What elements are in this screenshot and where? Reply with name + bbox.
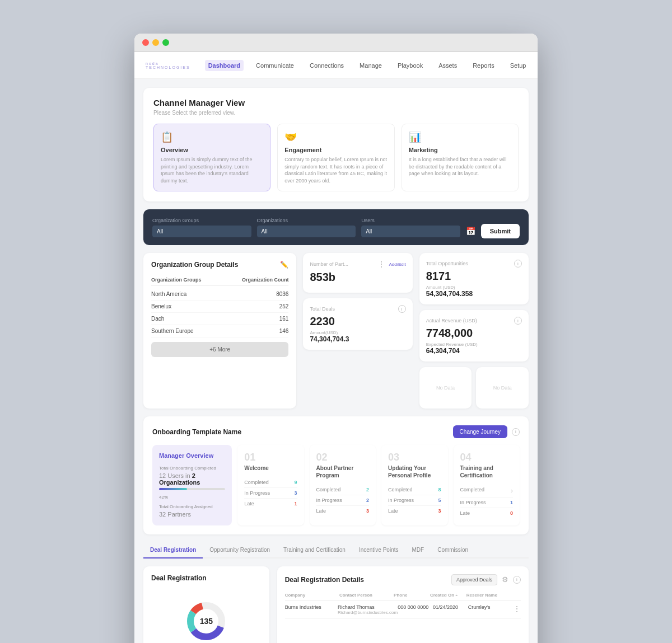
step-num-2: 02 (316, 452, 369, 463)
table-info-icon[interactable]: i (513, 576, 521, 584)
more-button[interactable]: +6 More (151, 342, 288, 357)
tab-opportunity-registration[interactable]: Opportunity Registration (203, 542, 277, 558)
change-journey-button[interactable]: Change Journey (453, 425, 507, 438)
users-label: Users (361, 218, 460, 223)
journey-step-2: 02 About Partner Program Completed 2 In … (310, 445, 376, 525)
reseller-cell: Crumley's ⋮ (468, 604, 521, 615)
nav-assets[interactable]: Assets (435, 60, 460, 71)
rev-info-icon[interactable]: i (514, 317, 522, 325)
deal-section: Deal Registration 135 (143, 566, 529, 643)
nav-communicate[interactable]: Communicate (253, 60, 297, 71)
step-stat: Completed 8 (388, 485, 441, 495)
partners-value: 853b (310, 271, 405, 284)
marketing-title: Marketing (409, 147, 511, 153)
org-card-header: Organization Group Details ✏️ (151, 261, 288, 269)
manager-title: Manager Overview (159, 452, 225, 459)
filter-org-groups: Organization Groups All (152, 218, 251, 237)
step-num-1: 01 (244, 452, 297, 463)
assigned-value: 32 Partners (159, 511, 225, 518)
deals-info-icon[interactable]: i (398, 305, 406, 313)
partners-label: Number of Part... ⋮ Add/Edit (310, 260, 405, 269)
nav-playbook[interactable]: Playbook (394, 60, 426, 71)
exp-rev-value: 64,304,704 (426, 347, 522, 355)
row-kebab-icon[interactable]: ⋮ (513, 604, 521, 615)
opportunities-metric-card: Total Opportunities i 8171 Amount (USD) … (419, 253, 529, 304)
deal-table-header: Deal Registration Details Approved Deals… (285, 574, 521, 585)
channel-manager-subtitle: Please Select the preferred view. (153, 110, 519, 116)
rev-label: Actual Revenue (USD) i (426, 317, 522, 325)
overview-title: Overview (161, 147, 263, 153)
no-data-card-1: No Data (419, 367, 472, 409)
view-option-marketing[interactable]: 📊 Marketing It is a long established fac… (402, 124, 519, 191)
close-dot[interactable] (142, 39, 149, 46)
channel-manager-title: Channel Manager View (153, 98, 519, 107)
tab-mdf[interactable]: MDF (405, 542, 431, 558)
journey-step-3: 03 Updating Your Personal Profile Comple… (381, 445, 447, 525)
view-option-engagement[interactable]: 🤝 Engagement Contrary to popular belief,… (277, 124, 394, 191)
settings-icon[interactable]: ⚙ (502, 575, 508, 584)
tab-training-certification[interactable]: Training and Certification (277, 542, 352, 558)
step-stat: Late 1 (244, 499, 297, 509)
table-row: Benelux 252 (151, 301, 288, 313)
onboarding-title: Onboarding Template Name (152, 428, 241, 436)
no-data-card-2: No Data (476, 367, 529, 409)
kebab-icon[interactable]: ⋮ (377, 260, 385, 269)
edit-icon[interactable]: ✏️ (280, 261, 288, 269)
engagement-desc: Contrary to popular belief, Lorem Ipsum … (284, 156, 387, 184)
approved-deals-dropdown[interactable]: Approved Deals (451, 574, 497, 585)
progress-bar-fill (159, 488, 187, 490)
step-stat: In Progress 5 (388, 495, 441, 506)
step-stat: Late 0 (460, 508, 513, 518)
organizations-label: Organizations (257, 218, 356, 223)
deals-label: Total Deals i (310, 305, 405, 313)
table-header: Organization Groups Organization Count (151, 274, 288, 286)
minimize-dot[interactable] (152, 39, 159, 46)
nav-manage[interactable]: Manage (356, 60, 385, 71)
maximize-dot[interactable] (162, 39, 169, 46)
calendar-icon[interactable]: 📅 (466, 227, 475, 236)
deal-chart-title: Deal Registration (151, 574, 262, 582)
phone-cell: 000 000 0000 (398, 604, 433, 615)
organizations-select[interactable]: All (257, 226, 356, 237)
step-stat: In Progress 2 (316, 495, 369, 506)
onboarding-card: Onboarding Template Name Change Journey … (143, 416, 529, 534)
deal-right-card: Deal Registration Details Approved Deals… (277, 566, 529, 643)
step-title-4: Training and Certification (460, 464, 513, 479)
step-title-3: Updating Your Personal Profile (388, 464, 441, 479)
add-edit-button[interactable]: Add/Edit (389, 262, 405, 267)
overview-desc: Lorem Ipsum is simply dummy text of the … (161, 156, 263, 184)
channel-manager-card: Channel Manager View Please Select the p… (143, 88, 529, 201)
nav-reports[interactable]: Reports (469, 60, 498, 71)
org-groups-label: Organization Groups (152, 218, 251, 223)
browser-body: Channel Manager View Please Select the p… (134, 79, 538, 643)
deals-value: 2230 (310, 315, 405, 328)
overview-icon: 📋 (161, 131, 263, 143)
nav-connections[interactable]: Connections (306, 60, 347, 71)
nav-dashboard[interactable]: Dashboard (205, 60, 244, 71)
deals-metric-card: Total Deals i 2230 Amount(USD) 74,304,70… (303, 298, 412, 350)
onboarding-grid: Manager Overview Total Onboarding Comple… (152, 445, 520, 525)
opp-info-icon[interactable]: i (514, 260, 522, 267)
view-option-overview[interactable]: 📋 Overview Lorem Ipsum is simply dummy t… (153, 124, 270, 191)
tab-deal-registration[interactable]: Deal Registration (143, 542, 203, 558)
browser-titlebar (134, 34, 538, 52)
manager-overview-card: Manager Overview Total Onboarding Comple… (152, 445, 232, 525)
submit-button[interactable]: Submit (481, 224, 520, 238)
filter-bar: Organization Groups All Organizations Al… (143, 209, 529, 245)
nav-setup[interactable]: Setup (507, 60, 530, 71)
journey-step-4: 04 Training and Certification Completed … (454, 445, 520, 525)
engagement-icon: 🤝 (284, 131, 387, 143)
tab-incentive-points[interactable]: Incentive Points (352, 542, 405, 558)
org-card-title: Organization Group Details (151, 261, 238, 269)
users-select[interactable]: All (361, 226, 460, 237)
tab-commission[interactable]: Commission (431, 542, 475, 558)
step-title-1: Welcome (244, 464, 297, 472)
org-groups-select[interactable]: All (152, 226, 251, 237)
onboarding-info-icon[interactable]: i (512, 428, 520, 436)
opp-amount-label: Amount (USD) (426, 285, 522, 290)
table-row: Southern Europe 146 (151, 325, 288, 337)
step-stat: Late 3 (388, 506, 441, 516)
opp-amount-value: 54,304,704.358 (426, 290, 522, 298)
step-stat: Late 3 (316, 506, 369, 516)
engagement-title: Engagement (284, 147, 387, 153)
